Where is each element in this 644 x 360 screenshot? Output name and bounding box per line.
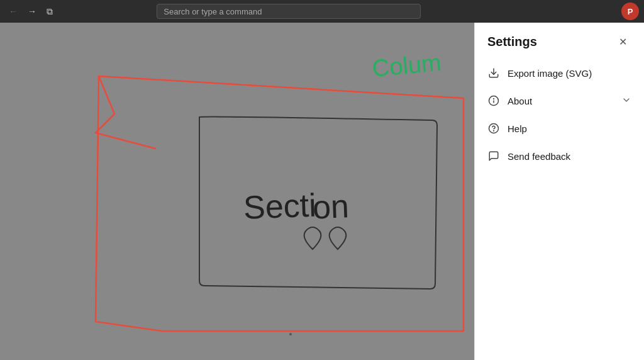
settings-item-feedback[interactable]: Send feedback (475, 142, 644, 170)
settings-item-help[interactable]: Help (475, 115, 644, 142)
help-icon (487, 122, 500, 135)
chevron-down-icon (621, 95, 631, 107)
forward-button[interactable]: → (24, 4, 40, 19)
external-link-button[interactable]: ⧉ (43, 4, 57, 20)
svg-point-3 (289, 333, 292, 335)
canvas-area[interactable]: Secti on Colum (0, 23, 474, 360)
feedback-label: Send feedback (508, 151, 631, 162)
export-label: Export image (SVG) (508, 68, 631, 79)
svg-text:Secti: Secti (243, 187, 317, 226)
info-icon (487, 94, 500, 107)
svg-text:on: on (312, 188, 350, 225)
drawing-canvas: Secti on Colum (0, 23, 474, 360)
settings-panel: Settings ✕ Export image (SVG) (474, 23, 644, 360)
settings-item-export[interactable]: Export image (SVG) (475, 59, 644, 87)
search-bar[interactable]: Search or type a command (157, 4, 421, 19)
close-button[interactable]: ✕ (614, 33, 631, 50)
topbar: ← → ⧉ Search or type a command P (0, 0, 644, 23)
main-area: Secti on Colum Settings ✕ (0, 23, 644, 360)
settings-menu: Export image (SVG) About (475, 57, 644, 172)
export-icon (487, 67, 500, 79)
help-label: Help (508, 123, 631, 134)
search-placeholder: Search or type a command (164, 7, 262, 16)
svg-text:Colum: Colum (371, 49, 442, 81)
avatar[interactable]: P (621, 3, 639, 20)
nav-buttons: ← → ⧉ (5, 4, 57, 20)
settings-title: Settings (487, 35, 537, 49)
topbar-right: P (621, 3, 639, 20)
about-label: About (508, 96, 614, 106)
settings-item-about[interactable]: About (475, 87, 644, 115)
settings-header: Settings ✕ (475, 23, 644, 57)
feedback-icon (487, 150, 500, 162)
back-button[interactable]: ← (5, 4, 21, 19)
